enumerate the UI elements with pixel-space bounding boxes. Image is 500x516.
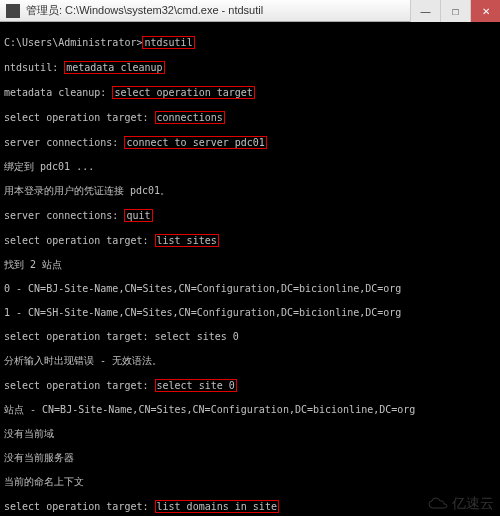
console-line: 绑定到 pdc01 ... [4, 161, 496, 173]
cmd-list-domains: list domains in site [155, 500, 279, 513]
console-line: select operation target: list domains in… [4, 500, 496, 513]
console-line: select operation target: list sites [4, 234, 496, 247]
console-line: 分析输入时出现错误 - 无效语法。 [4, 355, 496, 367]
cmd-icon [6, 4, 20, 18]
cmd-quit: quit [124, 209, 152, 222]
console-line: 用本登录的用户的凭证连接 pdc01。 [4, 185, 496, 197]
console-line: 站点 - CN=BJ-Site-Name,CN=Sites,CN=Configu… [4, 404, 496, 416]
console-line: 1 - CN=SH-Site-Name,CN=Sites,CN=Configur… [4, 307, 496, 319]
console-line: 找到 2 站点 [4, 259, 496, 271]
console-output[interactable]: C:\Users\Administrator>ntdsutil ntdsutil… [0, 22, 500, 516]
cmd-connections: connections [155, 111, 225, 124]
cmd-ntdsutil: ntdsutil [142, 36, 194, 49]
cmd-connect-server: connect to server pdc01 [124, 136, 266, 149]
cmd-list-sites: list sites [155, 234, 219, 247]
console-line: 当前的命名上下文 [4, 476, 496, 488]
console-line: server connections: quit [4, 209, 496, 222]
console-line: select operation target: connections [4, 111, 496, 124]
console-line: server connections: connect to server pd… [4, 136, 496, 149]
console-line: C:\Users\Administrator>ntdsutil [4, 36, 496, 49]
titlebar[interactable]: 管理员: C:\Windows\system32\cmd.exe - ntdsu… [0, 0, 500, 22]
window-buttons: — □ ✕ [410, 0, 500, 21]
cmd-window: 管理员: C:\Windows\system32\cmd.exe - ntdsu… [0, 0, 500, 516]
maximize-button[interactable]: □ [440, 0, 470, 22]
cmd-select-site-0: select site 0 [155, 379, 237, 392]
cmd-select-op-target: select operation target [112, 86, 254, 99]
console-line: ntdsutil: metadata cleanup [4, 61, 496, 74]
console-line: 没有当前域 [4, 428, 496, 440]
close-button[interactable]: ✕ [470, 0, 500, 22]
console-line: 0 - CN=BJ-Site-Name,CN=Sites,CN=Configur… [4, 283, 496, 295]
console-line: select operation target: select sites 0 [4, 331, 496, 343]
minimize-button[interactable]: — [410, 0, 440, 22]
console-line: 没有当前服务器 [4, 452, 496, 464]
console-line: metadata cleanup: select operation targe… [4, 86, 496, 99]
window-title: 管理员: C:\Windows\system32\cmd.exe - ntdsu… [26, 3, 410, 18]
console-line: select operation target: select site 0 [4, 379, 496, 392]
cmd-metadata-cleanup: metadata cleanup [64, 61, 164, 74]
